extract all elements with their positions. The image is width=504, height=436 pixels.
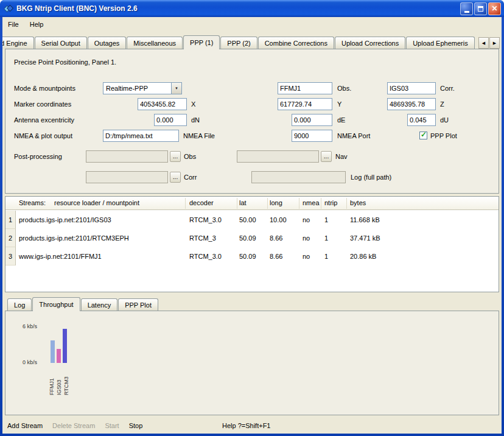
cell-mountpoint: www.igs-ip.net:2101/FFMJ1 xyxy=(19,253,102,260)
maximize-button[interactable] xyxy=(474,2,487,15)
obs-mountpoint-input[interactable] xyxy=(278,82,332,94)
header-ntrip: ntrip xyxy=(324,199,337,206)
tab-ppp-plot[interactable]: PPP Plot xyxy=(118,298,158,311)
chart-bar-ffmj1 xyxy=(51,340,55,363)
start-button[interactable]: Start xyxy=(100,420,124,431)
cell-mountpoint: products.igs-ip.net:2101/IGS03 xyxy=(19,216,111,223)
minimize-button[interactable] xyxy=(460,2,473,15)
mode-select-value: Realtime-PPP xyxy=(103,83,171,94)
tab-ppp-2[interactable]: PPP (2) xyxy=(220,37,257,49)
cell-bytes: 37.471 kB xyxy=(350,234,380,242)
cell-ntrip: 1 xyxy=(324,253,328,260)
corr-mountpoint-input[interactable] xyxy=(387,82,436,94)
mode-mountpoints-label: Mode & mountpoints xyxy=(14,85,75,92)
cell-long: 8.66 xyxy=(270,234,282,242)
cell-nmea: no xyxy=(303,253,310,260)
cell-long: 10.00 xyxy=(270,216,287,223)
marker-z-input[interactable] xyxy=(387,98,436,110)
x-axis-label-igs03: IGS03 xyxy=(56,366,62,395)
menubar: File Help xyxy=(2,17,502,32)
tab-ppp-1[interactable]: PPP (1) xyxy=(183,35,220,49)
nmea-port-input[interactable] xyxy=(292,130,332,142)
cell-bytes: 20.86 kB xyxy=(350,253,376,260)
y-label: Y xyxy=(337,100,341,108)
nmea-port-label: NMEA Port xyxy=(337,132,370,139)
chart-bar-rtcm3 xyxy=(63,329,67,363)
client-area: File Help ed Engine Serial Output Outage… xyxy=(2,17,502,434)
menu-help[interactable]: Help xyxy=(24,19,49,30)
cell-decoder: RTCM_3.0 xyxy=(189,253,222,260)
tab-combine-corrections[interactable]: Combine Corrections xyxy=(258,37,334,49)
browse-corr-button[interactable]: ... xyxy=(170,172,181,183)
header-mountpoint: resource loader / mountpoint xyxy=(54,199,139,206)
minimize-icon xyxy=(464,11,469,13)
bottom-tabbar: Log Throughput Latency PPP Plot xyxy=(7,297,159,311)
browse-nav-button[interactable]: ... xyxy=(321,151,332,162)
tab-scroll-left-icon[interactable]: ◀ xyxy=(478,37,489,49)
app-icon xyxy=(3,3,14,14)
tab-upload-corrections[interactable]: Upload Corrections xyxy=(335,37,405,49)
post-log-input[interactable] xyxy=(251,171,346,183)
ppp1-panel: Precise Point Positioning, Panel 1. Mode… xyxy=(5,49,499,194)
ppp-plot-checkbox[interactable] xyxy=(419,132,427,139)
tab-latency[interactable]: Latency xyxy=(81,298,118,311)
header-bytes: bytes xyxy=(350,199,366,206)
tab-feed-engine[interactable]: ed Engine xyxy=(2,37,34,49)
bar-plot-area xyxy=(48,326,97,363)
streams-table: Streams: resource loader / mountpoint de… xyxy=(5,196,499,292)
corr-label: Corr. xyxy=(440,85,455,92)
header-long: long xyxy=(270,199,282,206)
menu-file[interactable]: File xyxy=(2,19,24,30)
de-label: dE xyxy=(337,116,345,124)
chevron-down-icon[interactable]: ▼ xyxy=(171,83,181,94)
tab-upload-ephemeris[interactable]: Upload Ephemeris xyxy=(406,37,475,49)
antenna-dn-input[interactable] xyxy=(154,114,187,126)
table-row[interactable]: 1 products.igs-ip.net:2101/IGS03 RTCM_3.… xyxy=(5,211,499,229)
obs-label: Obs. xyxy=(337,85,351,92)
x-label: X xyxy=(191,100,195,108)
nmea-file-input[interactable] xyxy=(103,130,179,142)
post-nav-label: Nav xyxy=(335,153,348,160)
dn-label: dN xyxy=(191,116,200,124)
tab-serial-output[interactable]: Serial Output xyxy=(35,37,87,49)
help-hint: Help ?=Shift+F1 xyxy=(222,422,271,429)
marker-y-input[interactable] xyxy=(278,98,332,110)
row-number: 1 xyxy=(5,211,16,229)
mode-select[interactable]: Realtime-PPP ▼ xyxy=(103,82,182,94)
cell-decoder: RTCM_3.0 xyxy=(189,216,222,223)
antenna-de-input[interactable] xyxy=(292,114,332,126)
cell-nmea: no xyxy=(303,234,310,242)
post-processing-label: Post-processing xyxy=(14,153,62,160)
cell-lat: 50.09 xyxy=(239,253,256,260)
chart-bar-igs03 xyxy=(57,349,61,363)
cell-long: 8.66 xyxy=(270,253,282,260)
tab-scroll-right-icon[interactable]: ▶ xyxy=(489,37,500,49)
close-button[interactable]: ✕ xyxy=(488,2,501,15)
delete-stream-button[interactable]: Delete Stream xyxy=(47,420,100,431)
row-number: 2 xyxy=(5,229,16,247)
stop-button[interactable]: Stop xyxy=(124,420,148,431)
header-decoder: decoder xyxy=(189,199,214,206)
post-nav-input[interactable] xyxy=(237,150,319,163)
table-row[interactable]: 2 products.igs-ip.net:2101/RTCM3EPH RTCM… xyxy=(5,229,499,247)
tab-outages[interactable]: Outages xyxy=(88,37,127,49)
tab-throughput[interactable]: Throughput xyxy=(32,297,80,311)
browse-obs-button[interactable]: ... xyxy=(170,151,181,162)
du-label: dU xyxy=(440,116,449,124)
app-window: BKG Ntrip Client (BNC) Version 2.6 ✕ Fil… xyxy=(0,0,504,436)
window-title: BKG Ntrip Client (BNC) Version 2.6 xyxy=(16,4,459,13)
antenna-du-input[interactable] xyxy=(407,114,436,126)
tab-log[interactable]: Log xyxy=(7,298,32,311)
post-obs-input[interactable] xyxy=(86,150,168,163)
close-icon: ✕ xyxy=(491,5,497,12)
marker-x-input[interactable] xyxy=(138,98,187,110)
cell-ntrip: 1 xyxy=(324,234,328,242)
tab-miscellaneous[interactable]: Miscellaneous xyxy=(127,37,183,49)
x-axis-label-rtcm3: RTCM3 xyxy=(63,366,69,395)
table-row[interactable]: 3 www.igs-ip.net:2101/FFMJ1 RTCM_3.0 50.… xyxy=(5,247,499,265)
post-corr-input[interactable] xyxy=(86,171,168,183)
titlebar[interactable]: BKG Ntrip Client (BNC) Version 2.6 ✕ xyxy=(0,0,504,17)
action-bar: Add Stream Delete Stream Start Stop Help… xyxy=(2,418,502,434)
y-axis-tick-max: 6 kb/s xyxy=(8,323,37,329)
add-stream-button[interactable]: Add Stream xyxy=(2,420,47,431)
